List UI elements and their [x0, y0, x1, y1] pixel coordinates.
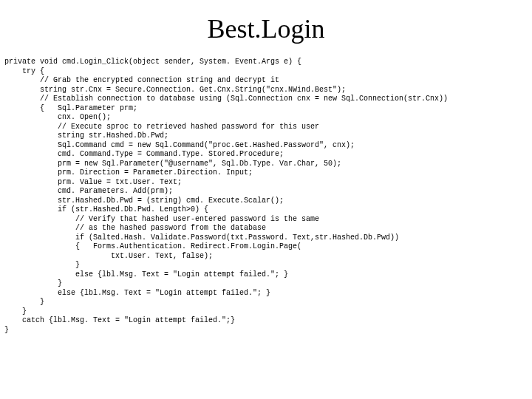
page-title: Best.Login: [0, 13, 532, 44]
code-block: private void cmd.Login_Click(object send…: [4, 58, 532, 335]
